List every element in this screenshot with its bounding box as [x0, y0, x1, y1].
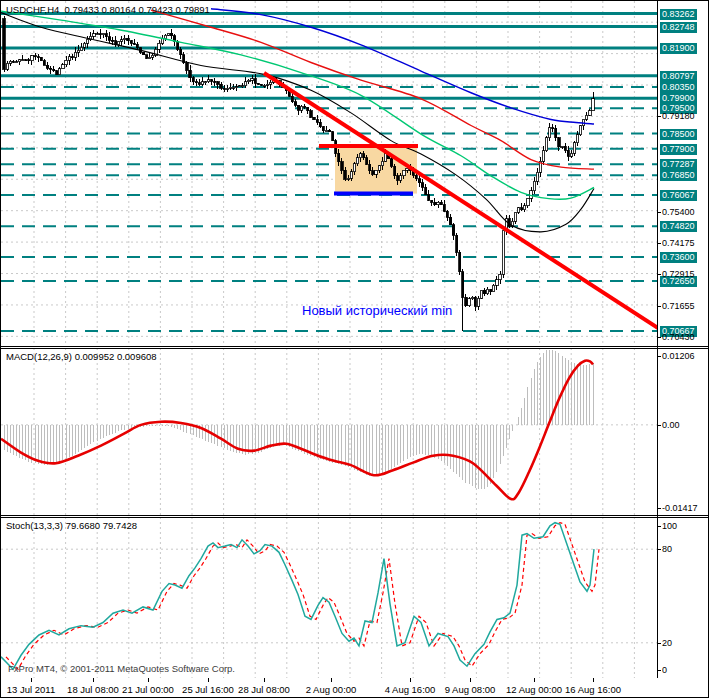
- scale-tick: [657, 508, 661, 509]
- scale-tick: [657, 549, 661, 550]
- macd-axis-label: 0.01206: [662, 351, 695, 362]
- support-resistance-levels: [1, 14, 657, 331]
- price-axis-label: 0.79180: [662, 111, 695, 122]
- panel-separator[interactable]: [1, 346, 709, 347]
- scale-tick: [657, 526, 661, 527]
- price-level-label: 0.82748: [660, 22, 697, 33]
- price-level-label: 0.80797: [660, 71, 697, 82]
- price-level-label: 0.83262: [660, 9, 697, 20]
- scale-tick: [657, 670, 661, 671]
- macd-indicator-title: MACD(12,26,9) 0.009952 0.009608: [6, 351, 157, 362]
- stoch-axis-label: 100: [662, 521, 677, 532]
- scale-tick: [657, 243, 661, 244]
- price-level-label: 0.76850: [660, 170, 697, 181]
- price-level-label: 0.76067: [660, 190, 697, 201]
- copyright-text: FxPro MT4, © 2001-2011 MetaQuotes Softwa…: [8, 663, 235, 674]
- price-chart-panel[interactable]: [1, 1, 657, 346]
- stoch-axis-label: 0: [662, 665, 667, 676]
- stoch-axis-label: 80: [662, 544, 672, 555]
- mt4-chart-window: USDCHF,H4 0.79433 0.80164 0.79423 0.7989…: [0, 0, 709, 698]
- time-axis-tick: [264, 678, 265, 682]
- price-level-label: 0.81900: [660, 43, 697, 54]
- macd-axis-label: 0.00: [662, 420, 680, 431]
- scale-tick: [657, 425, 661, 426]
- stoch-main-line: [1, 523, 594, 670]
- chart-symbol-title: USDCHF,H4 0.79433 0.80164 0.79423 0.7989…: [6, 4, 210, 15]
- time-axis: 13 Jul 201118 Jul 08:0021 Jul 00:0025 Ju…: [1, 678, 709, 698]
- time-axis-label: 21 Jul 00:00: [122, 684, 174, 695]
- candlestick-series: [3, 16, 594, 331]
- descending-trendline[interactable]: [264, 73, 657, 334]
- scale-tick: [657, 337, 661, 338]
- time-axis-tick: [470, 678, 471, 682]
- time-axis-tick: [534, 678, 535, 682]
- macd-signal-line: [1, 360, 593, 499]
- price-level-label: 0.78500: [660, 129, 697, 140]
- stoch-signal-line: [6, 523, 599, 670]
- scale-tick: [657, 116, 661, 117]
- macd-histogram: [4, 350, 593, 490]
- price-axis-label: 0.70430: [662, 332, 695, 343]
- stoch-panel[interactable]: [1, 517, 657, 678]
- vertical-gridlines: [34, 517, 634, 678]
- price-level-label: 0.77900: [660, 144, 697, 155]
- price-axis-label: 0.72915: [662, 269, 695, 280]
- time-axis-tick: [410, 678, 411, 682]
- scale-tick: [657, 643, 661, 644]
- time-axis-label: 25 Jul 16:00: [182, 684, 234, 695]
- time-axis-label: 2 Aug 00:00: [306, 684, 357, 695]
- scale-tick: [657, 356, 661, 357]
- macd-panel[interactable]: [1, 348, 657, 515]
- time-axis-label: 13 Jul 2011: [7, 684, 55, 695]
- time-axis-label: 4 Aug 16:00: [385, 684, 436, 695]
- time-axis-label: 18 Jul 08:00: [67, 684, 119, 695]
- price-level-label: 0.73600: [660, 252, 697, 263]
- panel-separator: [1, 517, 709, 518]
- time-axis-tick: [31, 678, 32, 682]
- time-axis-tick: [208, 678, 209, 682]
- time-axis-label: 12 Aug 00:00: [506, 684, 562, 695]
- scale-tick: [657, 306, 661, 307]
- macd-axis-label: -0.01417: [662, 503, 698, 514]
- price-axis-label: 0.71655: [662, 301, 695, 312]
- vertical-gridlines: [34, 1, 634, 346]
- time-axis-label: 16 Aug 16:00: [565, 684, 621, 695]
- price-level-label: 0.80350: [660, 82, 697, 93]
- time-axis-tick: [593, 678, 594, 682]
- time-axis-tick: [331, 678, 332, 682]
- price-axis-label: 0.74175: [662, 238, 695, 249]
- scale-tick: [657, 212, 661, 213]
- panel-separator[interactable]: [1, 515, 709, 516]
- price-level-label: 0.74820: [660, 221, 697, 232]
- time-axis-label: 28 Jul 08:00: [238, 684, 290, 695]
- price-axis-label: 0.75400: [662, 207, 695, 218]
- ma-black-line: [1, 13, 594, 232]
- chart-annotation-text: Новый исторический min: [302, 303, 452, 318]
- stoch-axis-label: 20: [662, 638, 672, 649]
- price-level-label: 0.77287: [660, 159, 697, 170]
- vertical-gridlines: [34, 348, 634, 515]
- time-axis-label: 9 Aug 08:00: [445, 684, 496, 695]
- time-axis-tick: [93, 678, 94, 682]
- time-axis-tick: [148, 678, 149, 682]
- price-scale: 0.832620.827480.819000.807970.803500.799…: [658, 1, 709, 678]
- stoch-indicator-title: Stoch(13,3,3) 79.6680 79.7428: [6, 520, 137, 531]
- panel-separator: [1, 348, 709, 349]
- scale-tick: [657, 274, 661, 275]
